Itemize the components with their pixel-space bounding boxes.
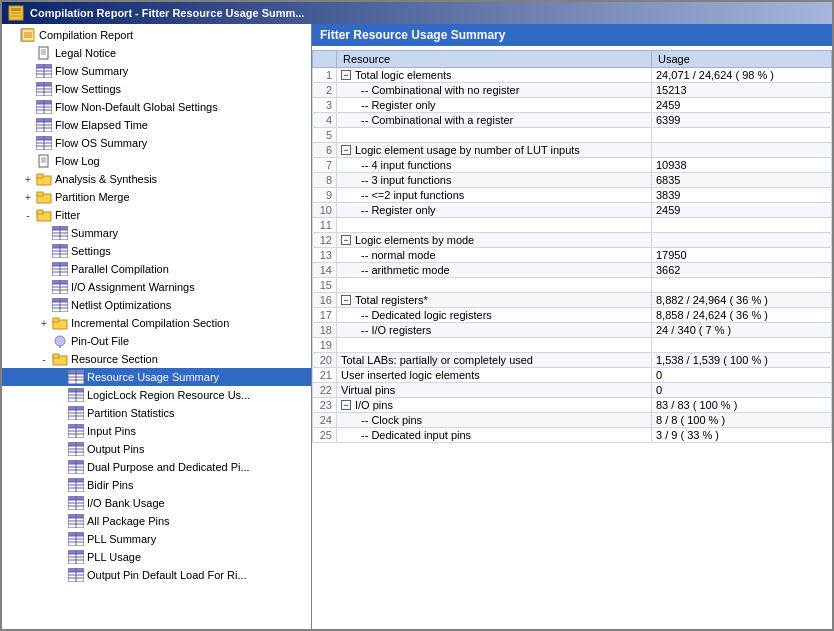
tree-item-fitter-summary[interactable]: Summary [2, 224, 311, 242]
tree-item-dual-purpose-pins[interactable]: Dual Purpose and Dedicated Pi... [2, 458, 311, 476]
expander-fitter[interactable]: - [20, 210, 36, 221]
expander-resource-section[interactable]: - [36, 354, 52, 365]
table-row[interactable]: 3-- Register only2459 [313, 98, 832, 113]
table-row[interactable]: 16−Total registers*8,882 / 24,964 ( 36 %… [313, 293, 832, 308]
tree-item-flow-settings[interactable]: Flow Settings [2, 80, 311, 98]
tree-item-compilation-report[interactable]: Compilation Report [2, 26, 311, 44]
tree-item-io-assignment-warnings[interactable]: I/O Assignment Warnings [2, 278, 311, 296]
tree-label-partition-statistics: Partition Statistics [87, 407, 174, 419]
tree-item-pin-out-file[interactable]: Pin-Out File [2, 332, 311, 350]
doc-icon-flow-log [36, 154, 52, 168]
tree-item-io-bank-usage[interactable]: I/O Bank Usage [2, 494, 311, 512]
expander-partition-merge[interactable]: + [20, 192, 36, 203]
table-row[interactable]: 10-- Register only2459 [313, 203, 832, 218]
tree-item-bidir-pins[interactable]: Bidir Pins [2, 476, 311, 494]
table-row[interactable]: 24-- Clock pins8 / 8 ( 100 % ) [313, 413, 832, 428]
tree-item-flow-log[interactable]: Flow Log [2, 152, 311, 170]
resource-cell-14: -- arithmetic mode [337, 263, 652, 278]
collapse-icon-16[interactable]: − [341, 295, 351, 305]
resource-cell-24: -- Clock pins [337, 413, 652, 428]
tree-item-analysis-synthesis[interactable]: + Analysis & Synthesis [2, 170, 311, 188]
table-row[interactable]: 22Virtual pins0 [313, 383, 832, 398]
tree-item-output-pins[interactable]: Output Pins [2, 440, 311, 458]
resource-cell-1: −Total logic elements [337, 68, 652, 83]
tree-item-incremental-compilation[interactable]: + Incremental Compilation Section [2, 314, 311, 332]
tree-item-resource-usage-summary[interactable]: Resource Usage Summary [2, 368, 311, 386]
table-row[interactable]: 2-- Combinational with no register15213 [313, 83, 832, 98]
tree-item-legal-notice[interactable]: Legal Notice [2, 44, 311, 62]
row-number-13: 13 [313, 248, 337, 263]
table-row[interactable]: 17-- Dedicated logic registers8,858 / 24… [313, 308, 832, 323]
expander-incremental-compilation[interactable]: + [36, 318, 52, 329]
tree-label-flow-settings: Flow Settings [55, 83, 121, 95]
table-row[interactable]: 18-- I/O registers24 / 340 ( 7 % ) [313, 323, 832, 338]
table-row[interactable]: 13-- normal mode17950 [313, 248, 832, 263]
tree-item-fitter-settings[interactable]: Settings [2, 242, 311, 260]
table-row[interactable]: 15 [313, 278, 832, 293]
tree-item-fitter[interactable]: - Fitter [2, 206, 311, 224]
table-row[interactable]: 9-- <=2 input functions3839 [313, 188, 832, 203]
tree-item-parallel-compilation[interactable]: Parallel Compilation [2, 260, 311, 278]
resource-cell-10: -- Register only [337, 203, 652, 218]
tree-item-pll-summary[interactable]: PLL Summary [2, 530, 311, 548]
tree-label-pin-out-file: Pin-Out File [71, 335, 129, 347]
tree-label-flow-elapsed: Flow Elapsed Time [55, 119, 148, 131]
collapse-icon-23[interactable]: − [341, 400, 351, 410]
tree-item-output-pin-default-load[interactable]: Output Pin Default Load For Ri... [2, 566, 311, 584]
folder-icon-resource-section [52, 352, 68, 366]
resource-cell-2: -- Combinational with no register [337, 83, 652, 98]
table-row[interactable]: 12−Logic elements by mode [313, 233, 832, 248]
expander-analysis-synthesis[interactable]: + [20, 174, 36, 185]
svg-rect-1 [11, 8, 21, 11]
tree-item-flow-os-summary[interactable]: Flow OS Summary [2, 134, 311, 152]
table-row[interactable]: 11 [313, 218, 832, 233]
table-row[interactable]: 21User inserted logic elements0 [313, 368, 832, 383]
table-row[interactable]: 8-- 3 input functions6835 [313, 173, 832, 188]
tree-item-netlist-optimizations[interactable]: Netlist Optimizations [2, 296, 311, 314]
table-row[interactable]: 1−Total logic elements24,071 / 24,624 ( … [313, 68, 832, 83]
tree-item-flow-non-default[interactable]: Flow Non-Default Global Settings [2, 98, 311, 116]
collapse-icon-1[interactable]: − [341, 70, 351, 80]
table-icon-output-pins [68, 442, 84, 456]
resource-cell-25: -- Dedicated input pins [337, 428, 652, 443]
resource-cell-21: User inserted logic elements [337, 368, 652, 383]
table-row[interactable]: 25-- Dedicated input pins3 / 9 ( 33 % ) [313, 428, 832, 443]
tree-item-all-package-pins[interactable]: All Package Pins [2, 512, 311, 530]
svg-rect-48 [37, 174, 43, 178]
table-row[interactable]: 7-- 4 input functions10938 [313, 158, 832, 173]
tree-item-input-pins[interactable]: Input Pins [2, 422, 311, 440]
usage-cell-18: 24 / 340 ( 7 % ) [652, 323, 832, 338]
table-row[interactable]: 19 [313, 338, 832, 353]
tree-label-netlist-optimizations: Netlist Optimizations [71, 299, 171, 311]
tree-item-flow-summary[interactable]: Flow Summary [2, 62, 311, 80]
tree-item-pll-usage[interactable]: PLL Usage [2, 548, 311, 566]
row-number-20: 20 [313, 353, 337, 368]
collapse-icon-12[interactable]: − [341, 235, 351, 245]
usage-cell-7: 10938 [652, 158, 832, 173]
table-row[interactable]: 6−Logic element usage by number of LUT i… [313, 143, 832, 158]
svg-point-85 [55, 336, 65, 346]
table-row[interactable]: 4-- Combinational with a register6399 [313, 113, 832, 128]
row-number-1: 1 [313, 68, 337, 83]
svg-rect-43 [39, 155, 48, 167]
table-icon-fitter-settings [52, 244, 68, 258]
table-row[interactable]: 14-- arithmetic mode3662 [313, 263, 832, 278]
table-row[interactable]: 23−I/O pins83 / 83 ( 100 % ) [313, 398, 832, 413]
tree-item-partition-statistics[interactable]: Partition Statistics [2, 404, 311, 422]
table-icon-flow-os-summary [36, 136, 52, 150]
table-row[interactable]: 5 [313, 128, 832, 143]
table-icon-pll-summary [68, 532, 84, 546]
table-icon-fitter-summary [52, 226, 68, 240]
tree-item-partition-merge[interactable]: + Partition Merge [2, 188, 311, 206]
tree-label-dual-purpose-pins: Dual Purpose and Dedicated Pi... [87, 461, 250, 473]
tree-item-flow-elapsed[interactable]: Flow Elapsed Time [2, 116, 311, 134]
collapse-icon-6[interactable]: − [341, 145, 351, 155]
table-row[interactable]: 20Total LABs: partially or completely us… [313, 353, 832, 368]
tree-label-incremental-compilation: Incremental Compilation Section [71, 317, 229, 329]
tree-label-flow-non-default: Flow Non-Default Global Settings [55, 101, 218, 113]
usage-cell-15 [652, 278, 832, 293]
tree-item-logiclock-region[interactable]: LogicLock Region Resource Us... [2, 386, 311, 404]
tree-label-bidir-pins: Bidir Pins [87, 479, 133, 491]
tree-label-fitter: Fitter [55, 209, 80, 221]
tree-item-resource-section[interactable]: - Resource Section [2, 350, 311, 368]
